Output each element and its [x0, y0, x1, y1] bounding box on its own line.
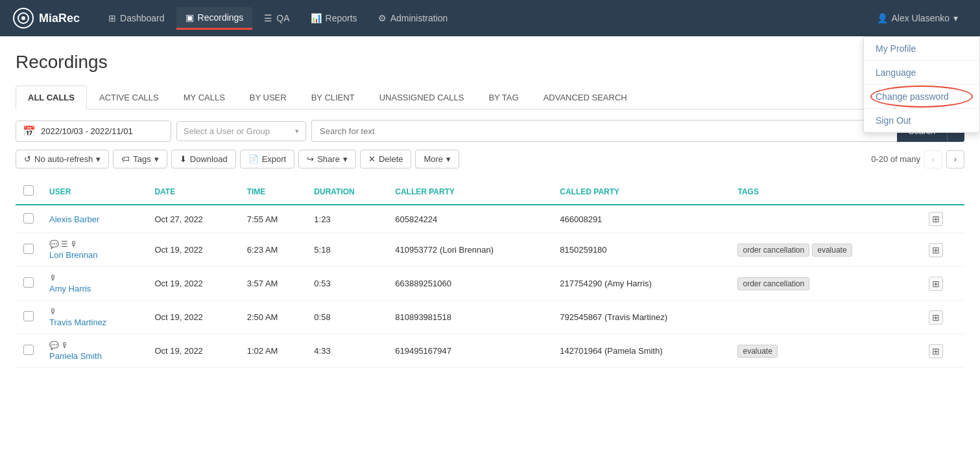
share-arrow-icon: ▾	[343, 154, 348, 164]
row-duration: 4:33	[306, 334, 387, 368]
tag-badge[interactable]: evaluate	[737, 345, 777, 358]
delete-button[interactable]: ✕ Delete	[360, 150, 412, 168]
tag-badge[interactable]: evaluate	[812, 244, 852, 257]
row-time: 6:23 AM	[239, 233, 307, 267]
row-duration: 5:18	[306, 233, 387, 267]
row-duration: 0:58	[306, 301, 387, 334]
table-header: USER DATE TIME DURATION CALLER PARTY CAL…	[16, 179, 964, 205]
search-text-input[interactable]	[311, 120, 897, 142]
dropdown-item-change-password[interactable]: Change password	[864, 85, 979, 109]
pagination-next-button[interactable]: ›	[946, 150, 964, 168]
user-name[interactable]: Alexis Barber	[49, 214, 99, 224]
row-caller-party: 619495167947	[387, 334, 552, 368]
dropdown-item-sign-out[interactable]: Sign Out	[864, 109, 979, 132]
user-name[interactable]: Travis Martinez	[49, 317, 106, 327]
page-title: Recordings	[16, 52, 964, 73]
calendar-icon: 📅	[23, 125, 36, 137]
table-row: 💬☰🎙Lori BrennanOct 19, 20226:23 AM5:1841…	[16, 233, 964, 267]
user-name[interactable]: Lori Brennan	[49, 250, 97, 260]
tag-badge[interactable]: order cancellation	[737, 277, 809, 290]
col-called-party: CALLED PARTY	[552, 179, 730, 205]
auto-refresh-button[interactable]: ↺ No auto-refresh ▾	[16, 150, 109, 168]
row-date: Oct 19, 2022	[147, 233, 239, 267]
row-expand-button[interactable]: ⊞	[929, 310, 943, 325]
mic-icon: 🎙	[49, 307, 57, 316]
row-tags: evaluate	[730, 334, 921, 368]
select-all-checkbox[interactable]	[23, 185, 34, 196]
row-expand-button[interactable]: ⊞	[929, 212, 943, 226]
download-button[interactable]: ⬇ Download	[171, 150, 236, 168]
user-dropdown-menu: My Profile Language Change password Sign…	[863, 36, 980, 133]
row-time: 2:50 AM	[239, 301, 307, 334]
row-time: 3:57 AM	[239, 267, 307, 301]
brand-logo[interactable]: MiaRec	[13, 8, 80, 29]
col-caller-party: CALLER PARTY	[387, 179, 552, 205]
row-date: Oct 27, 2022	[147, 205, 239, 233]
user-menu-trigger[interactable]: 👤 Alex Ulasenko ▾	[868, 8, 968, 29]
row-expand-button[interactable]: ⊞	[929, 277, 943, 291]
user-group-select[interactable]: Select a User or Group ▾	[176, 121, 306, 141]
tab-advanced-search[interactable]: ADVANCED SEARCH	[531, 86, 639, 109]
row-tags	[730, 205, 921, 233]
dashboard-icon: ⊞	[108, 13, 116, 23]
tab-my-calls[interactable]: MY CALLS	[171, 86, 237, 109]
comment-icon: 💬	[49, 240, 59, 249]
export-icon: 📄	[248, 154, 259, 164]
table-row: Alexis BarberOct 27, 20227:55 AM1:236058…	[16, 205, 964, 233]
share-button[interactable]: ↪ Share ▾	[298, 150, 356, 168]
pagination: 0-20 of many ‹ ›	[871, 150, 964, 168]
nav-item-reports[interactable]: 📊 Reports	[302, 8, 366, 29]
row-called-party: 466008291	[552, 205, 730, 233]
col-user: USER	[42, 179, 147, 205]
row-caller-party: 663889251060	[387, 267, 552, 301]
user-dropdown-arrow: ▾	[953, 13, 958, 23]
pagination-prev-button[interactable]: ‹	[924, 150, 942, 168]
more-button[interactable]: More ▾	[415, 150, 459, 168]
administration-icon: ⚙	[378, 13, 387, 23]
row-checkbox[interactable]	[23, 244, 34, 254]
user-name[interactable]: Amy Harris	[49, 284, 91, 294]
list-icon: ☰	[61, 240, 68, 249]
row-checkbox[interactable]	[23, 213, 34, 224]
tab-by-tag[interactable]: BY TAG	[476, 86, 531, 109]
refresh-arrow-icon: ▾	[96, 154, 101, 164]
nav-item-recordings[interactable]: ▣ Recordings	[176, 7, 253, 30]
nav-item-dashboard[interactable]: ⊞ Dashboard	[99, 8, 174, 29]
nav-item-qa[interactable]: ☰ QA	[255, 8, 298, 29]
row-expand-button[interactable]: ⊞	[929, 243, 943, 257]
select-arrow-icon: ▾	[295, 127, 299, 135]
date-range-picker[interactable]: 📅 2022/10/03 - 2022/11/01	[16, 121, 171, 142]
row-checkbox[interactable]	[23, 311, 34, 321]
row-expand-button[interactable]: ⊞	[929, 344, 943, 358]
tab-by-user[interactable]: BY USER	[237, 86, 299, 109]
search-bar: 📅 2022/10/03 - 2022/11/01 Select a User …	[16, 120, 964, 142]
user-name[interactable]: Pamela Smith	[49, 351, 102, 361]
row-caller-party: 605824224	[387, 205, 552, 233]
tab-all-calls[interactable]: ALL CALLS	[16, 86, 87, 109]
row-checkbox[interactable]	[23, 277, 34, 288]
row-checkbox[interactable]	[23, 345, 34, 355]
dropdown-item-language[interactable]: Language	[864, 61, 979, 85]
date-range-value: 2022/10/03 - 2022/11/01	[41, 126, 133, 136]
refresh-icon: ↺	[24, 154, 31, 164]
table-row: 🎙Travis MartinezOct 19, 20222:50 AM0:588…	[16, 301, 964, 334]
navbar: MiaRec ⊞ Dashboard ▣ Recordings ☰ QA 📊 R…	[0, 0, 980, 36]
mic-icon: 🎙	[49, 273, 57, 282]
tab-by-client[interactable]: BY CLIENT	[299, 86, 367, 109]
dropdown-item-my-profile[interactable]: My Profile	[864, 37, 979, 61]
user-icons: 🎙	[49, 307, 139, 316]
row-date: Oct 19, 2022	[147, 301, 239, 334]
export-button[interactable]: 📄 Export	[240, 150, 295, 168]
tab-unassigned-calls[interactable]: UNASSIGNED CALLS	[367, 86, 477, 109]
row-caller-party: 810893981518	[387, 301, 552, 334]
tags-button[interactable]: 🏷 Tags ▾	[113, 150, 167, 168]
tag-badge[interactable]: order cancellation	[737, 244, 809, 257]
tab-active-calls[interactable]: ACTIVE CALLS	[87, 86, 171, 109]
user-icons: 🎙	[49, 273, 139, 282]
mic-icon: 🎙	[70, 240, 78, 249]
nav-item-administration[interactable]: ⚙ Administration	[369, 8, 457, 29]
user-group-placeholder: Select a User or Group	[184, 126, 270, 136]
toolbar: ↺ No auto-refresh ▾ 🏷 Tags ▾ ⬇ Download …	[16, 150, 964, 168]
share-icon: ↪	[307, 154, 314, 164]
mic-icon: 🎙	[61, 341, 69, 350]
